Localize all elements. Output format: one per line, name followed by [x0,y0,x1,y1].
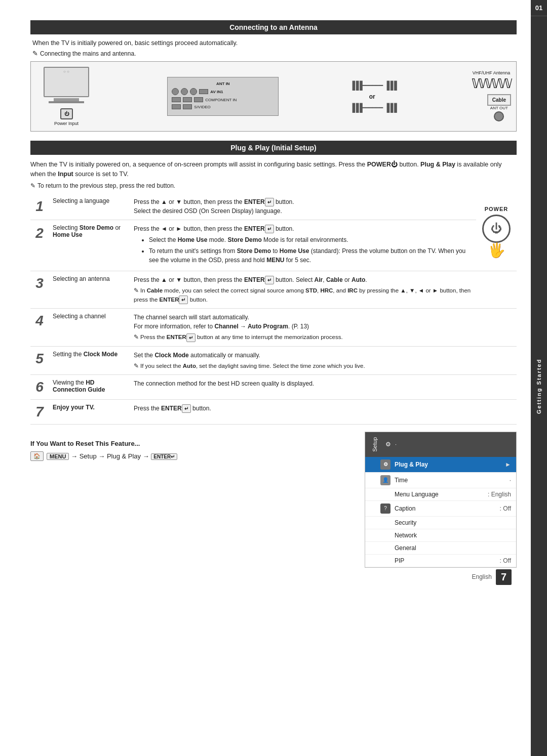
setup-menu: Setup ⚙ · ⚙ Plug & Play ► 👤 Time · [365,432,517,568]
step-1-desc: Press the ▲ or ▼ button, then press the … [130,193,476,220]
power-button-icon: ⏻ [482,215,511,243]
coax-connector-3: ▐▐▐ [349,103,361,112]
tv-screen-shape [44,67,89,97]
setup-item-name-security: Security [395,519,511,526]
step-2-bullet-1: Select the Home Use mode. Store Demo Mod… [149,235,472,244]
ant-in-label: ANT IN [172,81,274,86]
setup-gear-icon: ⚙ [385,441,391,448]
port-circle-1 [172,88,179,95]
step-1-name: Selecting a language [49,193,130,220]
setup-item-time: 👤 Time · [365,473,516,488]
port-rect-5 [172,104,181,109]
step-4-desc: The channel search will start automatica… [130,309,476,346]
power-input-label: Power Input [54,121,79,126]
diagram-tv: ⏻ Power Input [36,67,97,126]
horiz-line-1: ━━━━━━ [362,82,383,89]
setup-sidebar-label: Setup [370,435,379,454]
pp-note: To return to the previous step, press th… [30,182,517,189]
steps-table: 1 Selecting a language Press the ▲ or ▼ … [30,193,517,425]
ant-out-port [494,111,504,121]
setup-item-name-plug-play: Plug & Play [395,461,505,468]
plug-play-section: Plug & Play (Initial Setup) When the TV … [30,141,517,568]
setup-item-name-menu-language: Menu Language [395,491,488,498]
enter-btn: ENTER↵ [151,453,177,460]
step-2-desc: Press the ◄ or ► button, then press the … [130,220,476,271]
antenna-diagram: ⏻ Power Input ANT IN AV IN1 [30,61,517,132]
port-rect-3 [183,97,192,102]
step-3-desc: Press the ▲ or ▼ button, then press the … [130,271,476,309]
step-2-num: 2 [30,220,49,271]
step-1-num: 1 [30,193,49,220]
step-5-note: If you select the Auto, set the daylight… [134,362,472,370]
port-rect-2 [172,97,181,102]
antenna-symbol: 𝕎𝕎𝕎 [472,77,511,90]
power-button-diagram: ⏻ [60,108,73,119]
step-5-desc: Set the Clock Mode automatically or manu… [130,346,476,374]
setup-item-menu-language: Menu Language : English [365,488,516,501]
cable-box-group: Cable ANT OUT [487,94,511,122]
antenna-section: Connecting to an Antenna When the TV is … [30,20,517,132]
setup-item-caption: ? Caption : Off [365,501,516,517]
ant-out-label: ANT OUT [487,106,511,110]
coax-connector-4: ▐▐▐ [384,103,395,112]
setup-item-plug-play: ⚙ Plug & Play ► [365,457,516,473]
port-row-2: COMPONENT IN [172,97,274,102]
setup-item-name-caption: Caption [395,505,500,512]
port-rect-6 [183,104,192,109]
port-row-3: S/VIDEO [172,104,274,109]
reset-command-text: MENU → Setup → Plug & Play → ENTER↵ [47,452,177,460]
power-icon-cell: POWER ⏻ 🖐 [476,193,517,271]
antenna-note: Connecting the mains and antenna. [32,50,517,57]
setup-item-security: Security [365,517,516,529]
coax-connector-2: ▐▐▐ [384,81,395,90]
hand-pointing-icon: 🖐 [480,242,513,259]
step-2-row: 2 Selecting Store Demo or Home Use Press… [30,220,517,271]
step-6-name: Viewing the HD Connection Guide [49,374,130,399]
setup-item-name-general: General [395,544,511,552]
footer-page-number: 7 [496,569,512,585]
setup-item-name-network: Network [395,532,511,539]
coax-connector-1: ▐▐▐ [349,81,361,90]
setup-item-value-menu-language: : English [488,491,511,498]
right-antenna-group: VHF/UHF Antenna 𝕎𝕎𝕎 Cable ANT OUT [465,70,511,122]
setup-item-name-pip: PIP [395,557,500,564]
step-7-desc: Press the ENTER↵ button. [130,399,476,424]
menu-btn: MENU [47,453,69,460]
step-4-row: 4 Selecting a channel The channel search… [30,309,517,346]
step-6-desc: The connection method for the best HD sc… [130,374,476,399]
step-6-row: 6 Viewing the HD Connection Guide The co… [30,374,517,399]
setup-menu-header: Setup ⚙ · [365,432,516,457]
step-4-note: Press the ENTER↵ button at any time to i… [134,333,472,342]
step-5-row: 5 Setting the Clock Mode Set the Clock M… [30,346,517,374]
sidebar-chapter-title: Getting Started [531,16,547,756]
step-4-num: 4 [30,309,49,346]
setup-header-dot: · [395,441,397,447]
or-divider: or [369,93,375,100]
menu-icon: 🏠 [30,451,44,461]
setup-item-pip: PIP : Off [365,555,516,567]
step-5-num: 5 [30,346,49,374]
step-3-name: Selecting an antenna [49,271,130,309]
setup-item-value-time: · [510,477,511,484]
setup-item-icon-caption: ? [380,503,390,514]
power-label: POWER [485,206,509,212]
top-cable-row: ▐▐▐ ━━━━━━ ▐▐▐ [349,81,395,90]
arrow-1: → [71,452,80,460]
step-2-name: Selecting Store Demo or Home Use [49,220,130,271]
arrow-3: → [143,452,151,460]
step-7-row: 7 Enjoy your TV. Press the ENTER↵ button… [30,399,517,424]
port-circle-3 [190,88,197,95]
page-footer: English 7 [472,569,512,585]
vhf-group: VHF/UHF Antenna 𝕎𝕎𝕎 [472,70,511,90]
plug-play-text: Plug & Play [107,452,141,460]
reset-title: If You Want to Reset This Feature... [30,440,355,447]
step-5-name: Setting the Clock Mode [49,346,130,374]
port-rect-1 [199,89,208,94]
tv-base-shape [49,101,84,103]
step-2-bullet-2: To return the unit's settings from Store… [149,246,472,265]
port-row-1: AV IN1 [172,88,274,95]
setup-item-icon-time: 👤 [380,475,390,485]
antenna-header: Connecting to an Antenna [30,20,517,34]
footer-language: English [472,573,492,580]
setup-item-network: Network [365,529,516,542]
